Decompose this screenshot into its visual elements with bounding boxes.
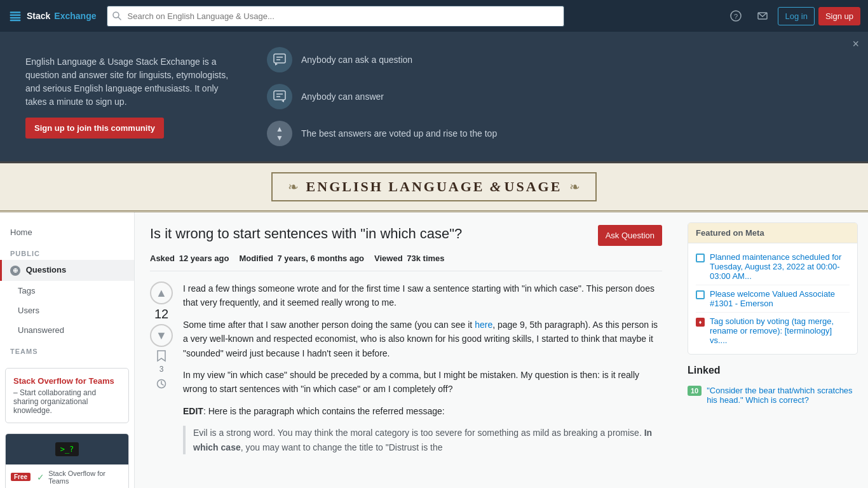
svg-rect-9	[274, 54, 285, 63]
here-link[interactable]: here	[475, 320, 492, 330]
svg-rect-3	[10, 20, 21, 22]
downvote-button[interactable]: ▼	[150, 324, 173, 347]
stackexchange-logo-icon	[8, 8, 23, 24]
meta-icon-red-3: ♦	[696, 318, 705, 327]
ask-question-icon	[267, 47, 292, 72]
linked-item-1-link[interactable]: "Consider the bear that/which scratches …	[707, 386, 858, 405]
overflow-card-body: Free ✓ Stack Overflow for Teams	[6, 464, 128, 488]
teams-title: Stack Overflow for Teams	[13, 376, 121, 386]
sidebar-item-questions[interactable]: ⊕ Questions	[0, 260, 134, 281]
login-button[interactable]: Log in	[778, 7, 814, 25]
question-meta: Asked 12 years ago Modified 7 years, 6 m…	[150, 254, 662, 271]
logo-exchange: Exchange	[54, 11, 96, 21]
sidebar-item-tags[interactable]: Tags	[0, 281, 134, 301]
linked-title: Linked	[688, 365, 858, 376]
meta-icon-blue-1	[696, 254, 705, 262]
feature-answer-label: Anybody can answer	[301, 92, 384, 102]
meta-icon-blue-2	[696, 290, 705, 299]
site-header: ❧ ENGLISH LANGUAGE & USAGE ❧	[0, 161, 868, 212]
overflow-card-image: >_?	[6, 434, 128, 464]
sidebar-item-users[interactable]: Users	[0, 301, 134, 320]
linked-item-1: 10 "Consider the bear that/which scratch…	[688, 383, 858, 408]
history-button[interactable]	[156, 379, 166, 391]
overflow-teams-card: >_? Free ✓ Stack Overflow for Teams	[5, 433, 129, 488]
upvote-button[interactable]: ▲	[150, 281, 173, 304]
hero-description-area: English Language & Usage Stack Exchange …	[25, 55, 241, 139]
deco-right: ❧	[569, 179, 580, 194]
featured-meta-widget: Featured on Meta Planned maintenance sch…	[688, 222, 858, 355]
help-button[interactable]: ?	[724, 4, 747, 27]
teams-bold: Teams	[88, 376, 114, 386]
site-title-part1: ENGLISH LANGUAGE	[306, 179, 485, 194]
site-title: ENGLISH LANGUAGE & USAGE	[306, 179, 562, 195]
sidebar-item-unanswered[interactable]: Unanswered	[0, 320, 134, 340]
checkmark-icon: ✓	[37, 472, 44, 482]
questions-label: Questions	[26, 265, 67, 274]
meta-item-2-link[interactable]: Please welcome Valued Associate #1301 - …	[710, 289, 850, 308]
search-input[interactable]	[107, 6, 564, 27]
inbox-button[interactable]	[751, 4, 774, 27]
svg-rect-2	[10, 17, 21, 19]
blockquote: Evil is a strong word. You may think the…	[183, 426, 662, 454]
body-edit: EDIT: Here is the paragraph which contai…	[183, 404, 662, 418]
logo-stack: Stack	[27, 11, 50, 21]
site-logo[interactable]: StackExchange	[8, 8, 97, 24]
post-layout: ▲ 12 ▼ 3 I read a few things someone wro…	[150, 281, 662, 462]
hero-description: English Language & Usage Stack Exchange …	[25, 55, 241, 109]
top-navigation: StackExchange ? Log in Sign up	[0, 0, 868, 32]
meta-modified: Modified 7 years, 6 months ago	[239, 254, 364, 263]
meta-item-3: ♦ Tag solution by voting (tag merge, ren…	[696, 313, 850, 349]
site-title-amp: &	[490, 179, 505, 194]
search-icon	[112, 11, 122, 21]
question-title: Is it wrong to start sentences with "in …	[150, 225, 588, 243]
hero-feature-answer: Anybody can answer	[267, 84, 497, 109]
sidebar-section-teams: TEAMS	[0, 340, 134, 358]
bookmark-button[interactable]	[156, 349, 166, 362]
sidebar-section-public: PUBLIC	[0, 242, 134, 260]
meta-item-2: Please welcome Valued Associate #1301 - …	[696, 285, 850, 313]
meta-item-1: Planned maintenance scheduled for Tuesda…	[696, 248, 850, 285]
hero-banner: × English Language & Usage Stack Exchang…	[0, 32, 868, 161]
teams-box: Stack Overflow for Teams – Start collabo…	[5, 368, 129, 423]
question-header: Is it wrong to start sentences with "in …	[150, 225, 662, 246]
free-badge: Free	[11, 473, 31, 481]
terminal-icon: >_?	[55, 442, 79, 456]
vote-cell: ▲ 12 ▼ 3	[150, 281, 173, 462]
join-community-button[interactable]: Sign up to join this community	[25, 118, 164, 139]
svg-rect-0	[10, 11, 21, 13]
linked-score-1: 10	[688, 386, 702, 396]
ask-question-button[interactable]: Ask Question	[598, 225, 662, 246]
right-sidebar: Featured on Meta Planned maintenance sch…	[677, 212, 868, 488]
svg-text:?: ?	[734, 13, 738, 20]
featured-meta-body: Planned maintenance scheduled for Tuesda…	[688, 243, 857, 354]
body-paragraph-3: In my view "in which case" should be pre…	[183, 368, 662, 396]
site-title-part2: USAGE	[505, 179, 562, 194]
meta-viewed: Viewed 73k times	[374, 254, 444, 263]
main-layout: Home PUBLIC ⊕ Questions Tags Users Unans…	[0, 212, 868, 488]
hero-feature-ask: Anybody can ask a question	[267, 47, 497, 72]
meta-item-3-link[interactable]: Tag solution by voting (tag merge, renam…	[710, 316, 850, 345]
sidebar: Home PUBLIC ⊕ Questions Tags Users Unans…	[0, 212, 135, 488]
svg-line-5	[118, 17, 121, 20]
sidebar-item-home[interactable]: Home	[0, 222, 134, 242]
signup-button[interactable]: Sign up	[818, 7, 860, 25]
feature-ask-label: Anybody can ask a question	[301, 55, 412, 65]
body-paragraph-2: Some time after that I saw another perso…	[183, 318, 662, 360]
teams-title-text: Stack Overflow for	[13, 376, 88, 386]
hero-features: Anybody can ask a question Anybody can a…	[267, 47, 497, 146]
deco-left: ❧	[288, 179, 299, 194]
body-paragraph-1: I read a few things someone wrote and fo…	[183, 281, 662, 310]
teams-desc: – Start collaborating and sharing organi…	[13, 388, 121, 415]
answer-icon	[267, 84, 292, 109]
meta-asked: Asked 12 years ago	[150, 254, 229, 263]
linked-section: Linked 10 "Consider the bear that/which …	[688, 365, 858, 408]
meta-item-1-link[interactable]: Planned maintenance scheduled for Tuesda…	[710, 252, 850, 281]
bookmark-count: 3	[159, 365, 164, 374]
close-banner-button[interactable]: ×	[852, 38, 859, 50]
search-bar[interactable]	[107, 6, 564, 27]
nav-right-buttons: ? Log in Sign up	[724, 4, 860, 27]
vote-icon: ▲ ▼	[267, 121, 292, 146]
site-title-area: ❧ ENGLISH LANGUAGE & USAGE ❧	[271, 172, 597, 201]
featured-meta-header: Featured on Meta	[688, 223, 857, 243]
svg-rect-1	[10, 15, 21, 17]
